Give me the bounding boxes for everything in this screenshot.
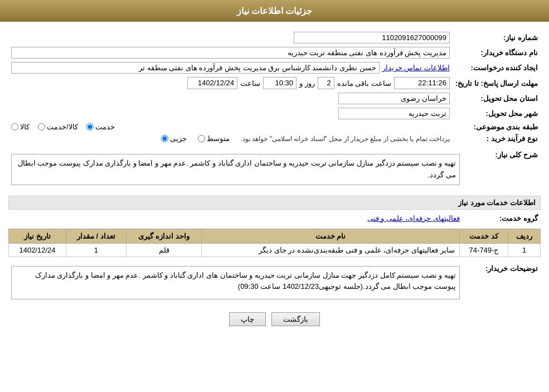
creator-contact-link[interactable]: اطلاعات تماس خریدار bbox=[382, 64, 450, 72]
purchase-description: پرداخت تمام یا بخشی از مبلغ خریدار از مح… bbox=[241, 135, 450, 143]
buyer-org-label: نام دستگاه خریدار: bbox=[453, 45, 541, 60]
buyer-notes-table: توضیحات خریدار: تهیه و نصب سیستم کامل دز… bbox=[8, 262, 541, 304]
services-section-title: اطلاعات خدمات مورد نیاز bbox=[8, 196, 541, 210]
radio-partial-input[interactable] bbox=[161, 135, 168, 142]
reply-time-label: ساعت bbox=[240, 79, 260, 88]
radio-goods-service: کالا/خدمت bbox=[38, 123, 78, 131]
cell-service-code: ج-749-74 bbox=[459, 243, 508, 257]
radio-medium-label: متوسط bbox=[207, 134, 230, 143]
back-button[interactable]: بازگشت bbox=[271, 312, 320, 326]
radio-partial-label: جزیی bbox=[170, 134, 187, 143]
radio-partial: جزیی bbox=[161, 134, 187, 143]
cell-quantity: 1 bbox=[66, 243, 127, 257]
city-label: شهر محل تحویل: bbox=[453, 106, 541, 121]
reply-days-field: 2 bbox=[318, 77, 334, 89]
city-value: تربت حیدریه bbox=[8, 106, 453, 121]
page-title: جزئیات اطلاعات نیاز bbox=[237, 6, 313, 16]
radio-goods-input[interactable] bbox=[11, 123, 18, 130]
button-row: بازگشت چاپ bbox=[8, 312, 541, 326]
creator-label: ایجاد کننده درخواست: bbox=[453, 60, 541, 75]
radio-service: خدمت bbox=[86, 123, 115, 131]
col-quantity: تعداد / مقدار bbox=[66, 229, 127, 243]
need-desc-table: شرح کلی نیاز: تهیه و نصب سیستم دزدگیر من… bbox=[8, 148, 541, 191]
province-value: خراسان رضوی bbox=[8, 91, 453, 106]
radio-service-input[interactable] bbox=[86, 123, 94, 130]
page-header: جزئیات اطلاعات نیاز bbox=[0, 0, 549, 22]
radio-goods-label: کالا bbox=[20, 123, 30, 131]
buyer-org-field: مدیریت پخش فرآورده های نفتی منطقه تربت ح… bbox=[11, 47, 450, 59]
buyer-notes-field: تهیه و نصب سیستم کامل دزدگیر جهت منازل س… bbox=[11, 266, 460, 299]
reply-deadline-label: مهلت ارسال پاسخ: تا تاریخ: bbox=[453, 75, 541, 91]
province-field: خراسان رضوی bbox=[338, 93, 450, 104]
cell-date: 1402/12/24 bbox=[9, 243, 66, 257]
category-row: کالا کالا/خدمت خدمت bbox=[8, 121, 453, 133]
buyer-org-value: مدیریت پخش فرآورده های نفتی منطقه تربت ح… bbox=[8, 45, 453, 60]
cell-row-num: 1 bbox=[508, 243, 541, 257]
radio-goods-service-input[interactable] bbox=[38, 123, 45, 130]
col-date: تاریخ نیاز bbox=[9, 229, 66, 243]
service-group-link[interactable]: فعالیتهای حرفه‌ای، علمی و فنی bbox=[367, 214, 460, 222]
service-group-value: فعالیتهای حرفه‌ای، علمی و فنی bbox=[8, 212, 463, 224]
category-label: طبقه بندی موضوعی: bbox=[453, 121, 541, 133]
need-desc-field: تهیه و نصب سیستم دزدگیر منازل سازمانی تر… bbox=[11, 154, 460, 185]
reply-deadline-row: 22:11:26 ساعت باقی مانده 2 روز و 10:30 س… bbox=[8, 75, 453, 91]
col-service-name: نام خدمت bbox=[202, 229, 459, 243]
purchase-type-label: نوع فرآیند خرید : bbox=[453, 133, 541, 144]
services-table: ردیف کد خدمت نام خدمت واحد اندازه گیری ت… bbox=[8, 229, 541, 257]
cell-service-name: سایر فعالیتهای حرفه‌ای، علمی و فنی طبقه‌… bbox=[202, 243, 459, 257]
table-row: 1 ج-749-74 سایر فعالیتهای حرفه‌ای، علمی … bbox=[9, 243, 541, 257]
radio-medium-input[interactable] bbox=[198, 135, 205, 142]
reply-days-label: روز و bbox=[299, 79, 315, 88]
col-unit: واحد اندازه گیری bbox=[126, 229, 202, 243]
col-service-code: کد خدمت bbox=[459, 229, 508, 243]
need-number-label: شماره نیاز: bbox=[453, 30, 541, 45]
cell-unit: قلم bbox=[126, 243, 202, 257]
info-table: شماره نیاز: 1102091627000099 نام دستگاه … bbox=[8, 30, 541, 144]
need-desc-label: شرح کلی نیاز: bbox=[463, 148, 541, 191]
creator-field: حسن نظری دانشمند کارشناس برق مدیریت پخش … bbox=[11, 62, 380, 74]
print-button[interactable]: چاپ bbox=[229, 312, 266, 326]
service-group-table: گروه خدمت: فعالیتهای حرفه‌ای، علمی و فنی bbox=[8, 212, 541, 224]
reply-date-field: 1402/12/24 bbox=[187, 77, 237, 89]
reply-remaining-field: 22:11:26 bbox=[394, 77, 450, 89]
radio-goods-service-label: کالا/خدمت bbox=[47, 123, 78, 131]
service-group-label: گروه خدمت: bbox=[463, 212, 541, 224]
city-field: تربت حیدریه bbox=[338, 108, 450, 119]
radio-goods: کالا bbox=[11, 123, 30, 131]
province-label: استان محل تحویل: bbox=[453, 91, 541, 106]
reply-time-field: 10:30 bbox=[263, 77, 297, 89]
buyer-notes-label: توضیحات خریدار: bbox=[463, 262, 541, 304]
reply-remaining-label: ساعت باقی مانده bbox=[337, 79, 391, 88]
radio-service-label: خدمت bbox=[95, 123, 115, 131]
radio-medium: متوسط bbox=[198, 134, 230, 143]
need-number-value: 1102091627000099 bbox=[8, 30, 453, 45]
need-number-field: 1102091627000099 bbox=[294, 32, 450, 43]
creator-row: اطلاعات تماس خریدار حسن نظری دانشمند کار… bbox=[8, 60, 453, 75]
col-row-num: ردیف bbox=[508, 229, 541, 243]
purchase-type-row: پرداخت تمام یا بخشی از مبلغ خریدار از مح… bbox=[8, 133, 453, 144]
